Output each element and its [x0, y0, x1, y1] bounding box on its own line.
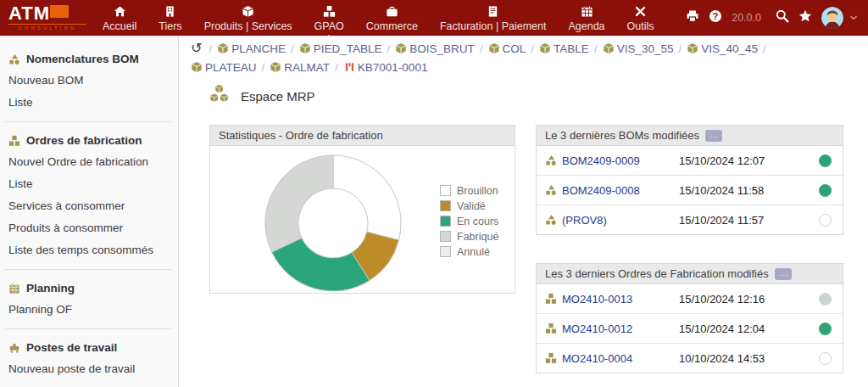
sidebar-item-liste[interactable]: Liste	[0, 380, 178, 387]
row-link[interactable]: MO2410-0004	[562, 352, 679, 365]
menu-item-label: Facturation | Paiement	[440, 20, 547, 32]
breadcrumb-item-planche[interactable]: PLANCHE	[217, 42, 286, 55]
cube-icon	[191, 61, 203, 78]
sidebar-item-nouveau-poste-de-travail[interactable]: Nouveau poste de travail	[0, 358, 178, 380]
row-date: 10/10/2024 14:53	[679, 352, 819, 365]
chart-legend: BrouillonValidéEn coursFabriquéAnnulé	[440, 185, 498, 257]
logo-text: ATM	[8, 3, 50, 24]
menu-item-facturation-paiement[interactable]: Facturation | Paiement	[429, 0, 558, 39]
help-icon[interactable]: ?	[709, 9, 722, 26]
sidebar-section-planning[interactable]: Planning	[0, 278, 178, 299]
page-title: Espace MRP	[209, 85, 315, 108]
building-icon	[164, 5, 176, 19]
sidebar-section-nomenclatures-bom[interactable]: Nomenclatures BOM	[0, 48, 178, 70]
menu-item-accueil[interactable]: Accueil	[92, 0, 147, 39]
sidebar-item-nouveau-bom[interactable]: Nouveau BOM	[0, 70, 178, 92]
cube-icon	[299, 42, 311, 59]
briefcase-icon	[386, 5, 398, 19]
legend-row-en-cours: En cours	[440, 216, 498, 227]
legend-row-brouillon: Brouillon	[440, 185, 498, 196]
menu-item-label: Tiers	[159, 20, 181, 32]
latest-boms-header: Le 3 dernières BOMs modifiées …	[537, 126, 843, 146]
mo-status-donut-chart	[264, 154, 403, 296]
cubes-icon	[545, 322, 557, 334]
breadcrumb-separator: /	[335, 61, 338, 74]
user-avatar[interactable]	[821, 7, 843, 29]
table-row: MO2410-000410/10/2024 14:53	[537, 344, 843, 373]
statistics-panel: Statistiques - Ordre de fabrication Brou…	[209, 125, 515, 294]
breadcrumb-separator: /	[209, 42, 212, 55]
row-link[interactable]: MO2410-0012	[562, 322, 679, 335]
mrp-cubes-icon	[209, 85, 229, 108]
search-icon[interactable]	[776, 9, 789, 26]
legend-label: Annulé	[457, 246, 490, 258]
shapes-icon	[545, 154, 557, 166]
menu-item-tiers[interactable]: Tiers	[147, 0, 192, 39]
ellipsis-badge[interactable]: …	[775, 268, 792, 280]
legend-row-valid-: Validé	[440, 200, 498, 211]
sidebar-item-planning-of[interactable]: Planning OF	[0, 299, 178, 321]
breadcrumb-item-table[interactable]: TABLE	[539, 42, 589, 55]
chevron-down-icon[interactable]	[849, 10, 858, 25]
status-dot-green	[819, 322, 832, 335]
latest-boms-panel: Le 3 dernières BOMs modifiées … BOM2409-…	[536, 125, 843, 235]
status-dot-gray	[819, 293, 832, 306]
cube-icon	[217, 42, 229, 59]
sidebar-section-label: Ordres de fabrication	[26, 134, 142, 147]
donut-slice-fabriqu-	[265, 155, 333, 252]
menu-item-gpao[interactable]: GPAO	[303, 0, 355, 39]
legend-swatch	[440, 216, 451, 227]
legend-label: Validé	[457, 200, 486, 212]
logo-orange-box	[50, 5, 69, 18]
breadcrumb-item-bois_brut[interactable]: BOIS_BRUT	[395, 42, 475, 55]
row-link[interactable]: BOM2409-0009	[562, 154, 679, 167]
menu-item-outils[interactable]: Outils	[616, 0, 665, 39]
breadcrumb-separator: /	[387, 42, 391, 55]
breadcrumb-item-ralmat[interactable]: RALMAT	[270, 61, 330, 74]
menu-item-label: Commerce	[366, 20, 418, 32]
print-icon[interactable]	[686, 9, 699, 26]
menu-item-commerce[interactable]: Commerce	[355, 0, 429, 39]
breadcrumb-item-vis_40_45[interactable]: VIS_40_45	[687, 42, 758, 55]
app-logo[interactable]: ATM CONSULTING	[8, 4, 97, 31]
row-link[interactable]: MO2410-0013	[562, 293, 679, 306]
sidebar-section-label: Planning	[26, 282, 75, 294]
table-row: BOM2409-000915/10/2024 12:07	[537, 146, 843, 176]
legend-row-fabriqu-: Fabriqué	[440, 231, 498, 242]
ellipsis-badge[interactable]: …	[705, 130, 722, 142]
row-link[interactable]: (PROV8)	[562, 214, 679, 227]
breadcrumb-item-plateau[interactable]: PLATEAU	[191, 61, 257, 74]
menu-item-label: GPAO	[314, 20, 344, 32]
sidebar-item-nouvel-ordre-de-fabrication[interactable]: Nouvel Ordre de fabrication	[0, 151, 178, 173]
breadcrumb-item-pied_table[interactable]: PIED_TABLE	[299, 42, 382, 55]
menu-item-produits-services[interactable]: Produits | Services	[193, 0, 303, 39]
mos-row-list: MO2410-001315/10/2024 12:16MO2410-001215…	[537, 284, 843, 373]
latest-boms-title: Le 3 dernières BOMs modifiées	[545, 129, 699, 142]
status-dot-hollow	[819, 352, 832, 365]
sidebar-item-services-consommer[interactable]: Services à consommer	[0, 195, 178, 217]
table-row: MO2410-001315/10/2024 12:16	[537, 284, 843, 314]
row-link[interactable]: BOM2409-0008	[562, 184, 679, 197]
menu-item-agenda[interactable]: Agenda	[557, 0, 615, 39]
menu-item-label: Agenda	[568, 20, 604, 32]
cubes-icon	[545, 352, 557, 364]
breadcrumb-current-mo[interactable]: KB7001-0001	[343, 61, 428, 74]
cube-icon	[270, 61, 281, 78]
workstation-icon	[8, 342, 20, 354]
sidebar-item-liste-des-temps-consomm-s[interactable]: Liste des temps consommés	[0, 239, 178, 261]
row-date: 15/10/2024 12:04	[679, 322, 819, 335]
sidebar-item-liste[interactable]: Liste	[0, 92, 178, 114]
bookmarks-star-icon[interactable]	[798, 9, 812, 26]
left-sidebar: Nomenclatures BOMNouveau BOMListeOrdres …	[0, 36, 179, 387]
breadcrumb-item-col[interactable]: COL	[488, 42, 526, 55]
sidebar-item-liste[interactable]: Liste	[0, 173, 178, 195]
legend-label: Fabriqué	[457, 231, 498, 243]
breadcrumb-item-vis_30_55[interactable]: VIS_30_55	[603, 42, 674, 55]
history-icon[interactable]: ↺	[191, 41, 202, 55]
sidebar-section-postes-de-travail[interactable]: Postes de travail	[0, 337, 178, 358]
main-menu: AccueilTiersProduits | ServicesGPAOComme…	[92, 0, 665, 36]
cubes-icon	[323, 5, 336, 19]
legend-swatch	[440, 200, 451, 211]
sidebar-item-produits-consommer[interactable]: Produits à consommer	[0, 217, 178, 239]
sidebar-section-ordres-de-fabrication[interactable]: Ordres de fabrication	[0, 130, 178, 151]
